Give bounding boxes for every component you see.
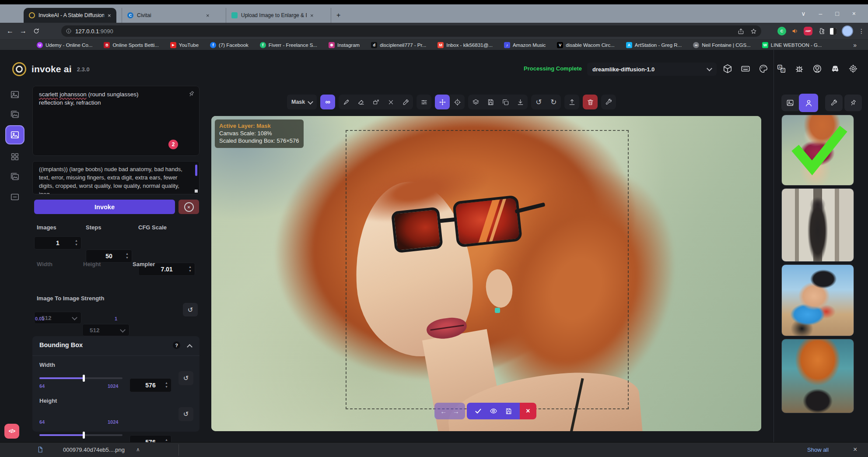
tab-post-processing[interactable] — [7, 169, 23, 185]
color-picker-button[interactable] — [398, 95, 413, 109]
gallery-thumbnail[interactable] — [781, 188, 854, 262]
scrollbar-thumb[interactable] — [195, 165, 197, 176]
stepper[interactable]: ▲▼ — [75, 237, 78, 249]
bookmark-item[interactable]: MInbox - klk56831@... — [438, 42, 493, 48]
tab-invokeai[interactable]: InvokeAI - A Stable Diffusion Too × — [24, 8, 116, 23]
download-item[interactable]: 000979.40d74eb5....png ∧ — [37, 446, 140, 453]
tab-text-to-image[interactable] — [7, 87, 23, 102]
download-caret-icon[interactable]: ∧ — [136, 446, 140, 453]
next-image-button[interactable]: → — [453, 408, 459, 415]
gallery-thumbnail[interactable] — [781, 339, 854, 413]
bb-width-slider[interactable] — [39, 375, 122, 382]
upload-button[interactable] — [564, 95, 579, 109]
share-icon[interactable] — [738, 28, 744, 35]
back-button[interactable]: ← — [4, 27, 17, 35]
stepper[interactable]: ▲▼ — [165, 379, 168, 392]
copy-to-clipboard-button[interactable] — [498, 95, 513, 109]
bookmark-star-icon[interactable] — [750, 28, 757, 35]
close-downloads-icon[interactable]: × — [853, 446, 857, 453]
previous-image-button[interactable]: ← — [440, 408, 447, 415]
slider-handle[interactable] — [83, 375, 85, 382]
stepper[interactable]: ▲▼ — [126, 250, 129, 262]
tabstrip-chevron-icon[interactable]: ∨ — [801, 10, 805, 17]
tab-nodes[interactable] — [7, 149, 23, 165]
language-translate-icon[interactable] — [777, 64, 786, 74]
unified-canvas[interactable]: Active Layer: Mask Canvas Scale: 108% Sc… — [211, 116, 761, 431]
gallery-generations-button[interactable] — [781, 95, 799, 111]
bookmark-item[interactable]: f(7) Facebook — [210, 42, 248, 48]
bookmark-item[interactable]: ∞Neil Fontaine | CGS... — [693, 42, 751, 48]
gallery-thumbnail-selected[interactable] — [781, 115, 854, 186]
bb-width-reset-button[interactable]: ↺ — [178, 371, 193, 385]
canvas-settings-button[interactable] — [601, 95, 616, 109]
erase-bbox-button[interactable] — [368, 95, 383, 109]
cancel-button[interactable]: × — [178, 200, 199, 214]
theme-palette-icon[interactable] — [759, 64, 768, 74]
slider-handle[interactable] — [83, 432, 85, 439]
merge-visible-button[interactable] — [468, 95, 483, 109]
redo-button[interactable]: ↻ — [546, 95, 561, 109]
pin-gallery-button[interactable] — [844, 95, 862, 111]
save-staging-button[interactable] — [505, 408, 512, 415]
volume-extension-icon[interactable] — [791, 28, 798, 35]
bookmark-item[interactable]: fFiverr - Freelance S... — [260, 42, 317, 48]
clear-mask-button[interactable] — [383, 95, 398, 109]
bookmark-item[interactable]: ♪Amazon Music — [504, 42, 546, 48]
gallery-settings-button[interactable] — [825, 95, 843, 111]
darkreader-icon[interactable] — [830, 28, 836, 35]
adblock-icon[interactable]: ABP — [804, 27, 812, 35]
stepper[interactable]: ▲▼ — [189, 263, 192, 275]
minimize-button[interactable]: – — [819, 10, 822, 17]
model-select[interactable]: dreamlike-diffusion-1.0 — [587, 63, 717, 76]
tab-upload-image[interactable]: Upload Image to Enlarge & Enh × — [226, 8, 331, 23]
discard-staging-button[interactable]: × — [520, 403, 536, 419]
bookmark-item[interactable]: ◉Instagram — [329, 42, 360, 48]
show-hide-image-button[interactable] — [490, 407, 497, 415]
bounding-box-selection[interactable] — [346, 130, 629, 409]
site-info-icon[interactable] — [66, 28, 72, 34]
brush-options-button[interactable] — [416, 95, 431, 109]
console-toggle-button[interactable]: </> — [4, 424, 19, 439]
close-button[interactable]: × — [852, 10, 856, 17]
new-tab-button[interactable]: + — [331, 8, 346, 23]
accept-image-button[interactable] — [474, 407, 482, 415]
tab-close-icon[interactable]: × — [108, 12, 111, 19]
show-all-downloads-link[interactable]: Show all — [807, 446, 829, 453]
reload-button[interactable] — [30, 28, 43, 35]
collapse-chevron-icon[interactable] — [187, 344, 192, 350]
bookmark-item[interactable]: AArtStation - Greg R... — [626, 42, 682, 48]
tab-image-to-image[interactable] — [7, 107, 23, 123]
discord-icon[interactable] — [830, 64, 840, 74]
tab-training[interactable] — [7, 189, 23, 205]
invoke-button[interactable]: Invoke — [34, 200, 175, 214]
browser-menu-icon[interactable]: ⋮ — [858, 28, 864, 35]
pin-icon[interactable] — [187, 89, 196, 98]
profile-avatar[interactable] — [842, 25, 853, 37]
prompt-input[interactable]: scarlett johansson (round sunglasses) re… — [32, 86, 200, 156]
forward-button[interactable]: → — [17, 27, 30, 35]
bb-width-input[interactable]: 576▲▼ — [130, 378, 172, 392]
maximize-button[interactable]: □ — [835, 10, 839, 17]
move-tool-button[interactable] — [435, 95, 450, 109]
bookmarks-overflow-icon[interactable]: » — [853, 42, 857, 49]
bookmark-item[interactable]: WLINE WEBTOON - G... — [762, 42, 822, 48]
mask-options-button[interactable]: ∞ — [320, 95, 335, 109]
eraser-tool-button[interactable] — [354, 95, 368, 109]
bookmark-item[interactable]: Vdisable Wacom Circ... — [557, 42, 614, 48]
tab-close-icon[interactable]: × — [310, 12, 314, 19]
negative-prompt-input[interactable]: ((implants)) (large boobs) nude bad anat… — [32, 161, 200, 194]
undo-button[interactable]: ↺ — [531, 95, 546, 109]
reset-view-button[interactable] — [450, 95, 465, 109]
extensions-puzzle-icon[interactable] — [818, 28, 825, 35]
tab-unified-canvas[interactable] — [5, 125, 24, 144]
bookmark-item[interactable]: UUdemy - Online Co... — [37, 42, 92, 48]
bookmark-item[interactable]: ddiscipleneil777 - Pr... — [371, 42, 426, 48]
clear-canvas-button[interactable] — [583, 95, 598, 109]
gallery-thumbnail[interactable] — [781, 264, 854, 336]
bb-height-slider[interactable] — [39, 432, 122, 439]
url-bar[interactable]: 127.0.0.1:9090 — [61, 25, 761, 37]
report-bug-icon[interactable] — [794, 64, 804, 74]
model-manager-icon[interactable] — [723, 64, 732, 74]
save-to-gallery-button[interactable] — [483, 95, 498, 109]
brush-tool-button[interactable] — [339, 95, 354, 109]
